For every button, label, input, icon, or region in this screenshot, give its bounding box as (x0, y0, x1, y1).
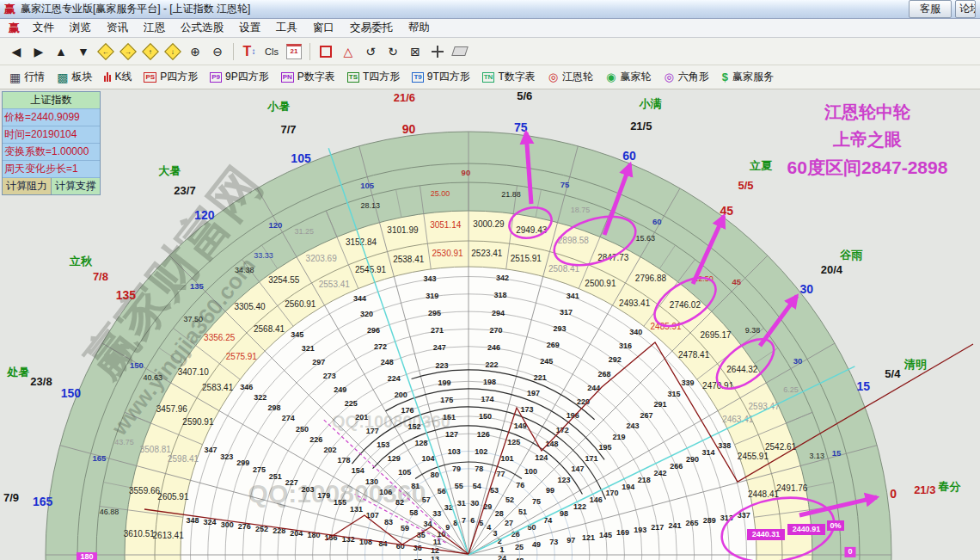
svg-text:2500.91: 2500.91 (585, 279, 616, 288)
rotate-cw-icon[interactable]: ↻ (382, 41, 404, 62)
square-tool-icon[interactable] (315, 41, 337, 62)
triangle-tool-icon[interactable]: △ (337, 41, 359, 62)
svg-text:2598.41: 2598.41 (168, 454, 199, 464)
annotation-line-3: 60度区间2847-2898 (760, 153, 975, 182)
tool-T数字表[interactable]: TNT数字表 (476, 70, 542, 84)
svg-text:125: 125 (507, 438, 520, 446)
svg-text:193: 193 (634, 526, 646, 534)
tool-六角形[interactable]: ◎六角形 (657, 70, 714, 84)
diamond-down-icon[interactable]: ↓ (162, 41, 184, 62)
svg-text:314: 314 (702, 448, 715, 457)
svg-text:谷雨: 谷雨 (839, 249, 863, 262)
svg-text:23/7: 23/7 (174, 184, 195, 197)
svg-text:2613.41: 2613.41 (153, 531, 185, 540)
svg-text:250: 250 (296, 425, 309, 434)
svg-text:165: 165 (33, 495, 53, 508)
calendar-icon[interactable]: 21 (283, 41, 305, 62)
menu-item-设置[interactable]: 设置 (231, 19, 268, 37)
tool-赢家轮[interactable]: ◉赢家轮 (599, 70, 657, 84)
svg-text:127: 127 (445, 430, 458, 439)
svg-text:341: 341 (567, 292, 579, 300)
gann-wheel-chart[interactable]: 赢家财富网www.yingjia360.comQQ:100800360QQ:10… (0, 89, 980, 560)
svg-text:2538.41: 2538.41 (393, 255, 425, 264)
tool-赢家服务[interactable]: $赢家服务 (715, 70, 780, 84)
menu-item-浏览[interactable]: 浏览 (62, 19, 99, 37)
calc-resistance-button[interactable]: 计算阻力 (3, 178, 52, 194)
svg-text:178: 178 (338, 456, 351, 465)
diamond-up-icon[interactable]: ↑ (139, 41, 162, 62)
svg-text:105: 105 (291, 151, 311, 165)
stock-name: 上证指数 (3, 92, 100, 109)
rotate-ccw-icon[interactable]: ↺ (359, 41, 382, 62)
menu-item-工具[interactable]: 工具 (268, 19, 305, 37)
menu-item-公式选股[interactable]: 公式选股 (173, 19, 231, 37)
zoom-out-icon[interactable]: ⊖ (206, 41, 229, 62)
app-logo-icon: 赢 (4, 2, 15, 17)
svg-text:15.63: 15.63 (635, 234, 655, 243)
svg-text:3559.66: 3559.66 (129, 486, 161, 495)
svg-text:82: 82 (395, 498, 404, 507)
nav-down-icon[interactable]: ▼ (72, 41, 95, 62)
tool-label: T四方形 (363, 70, 400, 84)
tool-板块[interactable]: ▩板块 (51, 70, 98, 84)
svg-text:40.63: 40.63 (143, 373, 162, 382)
menu-item-窗口[interactable]: 窗口 (305, 19, 342, 37)
svg-text:146: 146 (590, 495, 603, 504)
menu-item-江恩[interactable]: 江恩 (136, 19, 173, 37)
svg-text:9.38: 9.38 (745, 326, 761, 335)
nav-up-icon[interactable]: ▲ (50, 41, 72, 62)
tool-K线[interactable]: K线 (98, 70, 138, 84)
toolbar-separator (309, 43, 310, 60)
svg-text:298: 298 (268, 403, 281, 412)
titlebar-button-客服[interactable]: 客服 (909, 0, 952, 18)
menu-item-交易委托[interactable]: 交易委托 (342, 19, 401, 37)
svg-text:24: 24 (498, 554, 506, 560)
titlebar-button-论坛[interactable]: 论坛 (955, 0, 976, 18)
tool-江恩轮[interactable]: ◎江恩轮 (542, 70, 599, 84)
svg-text:169: 169 (616, 528, 629, 537)
tool-P四方形[interactable]: PSP四方形 (138, 70, 204, 84)
eraser-icon[interactable] (449, 41, 471, 62)
svg-text:200: 200 (395, 391, 407, 399)
svg-text:195: 195 (598, 443, 611, 452)
ps-badge-icon: PS (144, 72, 156, 83)
crosshair-icon (432, 46, 444, 58)
svg-text:147: 147 (571, 465, 584, 473)
svg-text:175: 175 (440, 396, 453, 404)
cls-label: Cls (265, 46, 279, 57)
svg-text:221: 221 (534, 373, 547, 382)
diamond-right-icon[interactable]: → (117, 41, 139, 62)
tn-badge-icon: TN (482, 72, 495, 83)
svg-text:177: 177 (366, 427, 379, 435)
svg-text:30: 30 (793, 356, 803, 366)
menu-item-文件[interactable]: 文件 (25, 19, 62, 37)
menu-item-资讯[interactable]: 资讯 (99, 19, 136, 37)
svg-text:25.00: 25.00 (431, 189, 450, 198)
svg-text:2695.17: 2695.17 (701, 330, 732, 340)
calc-support-button[interactable]: 计算支撑 (52, 178, 100, 194)
tool-9T四方形[interactable]: T99T四方形 (406, 70, 475, 84)
tool-T四方形[interactable]: TST四方形 (341, 70, 407, 84)
crosshair-icon[interactable] (426, 41, 449, 62)
tool-label: T数字表 (498, 70, 535, 84)
diamond-left-icon[interactable]: ← (95, 41, 117, 62)
nav-right-icon[interactable]: ▶ (28, 41, 50, 62)
t-updown-icon[interactable]: T↕ (238, 41, 260, 62)
box-x-icon[interactable]: ⊠ (404, 41, 426, 62)
svg-text:225: 225 (345, 399, 358, 408)
menu-item-帮助[interactable]: 帮助 (401, 19, 438, 37)
kline-icon (104, 72, 111, 82)
svg-text:268: 268 (598, 370, 611, 378)
tool-P数字表[interactable]: PNP数字表 (275, 70, 341, 84)
svg-text:34.38: 34.38 (235, 266, 254, 274)
tool-行情[interactable]: ▦行情 (3, 70, 51, 84)
tool-9P四方形[interactable]: P99P四方形 (204, 70, 274, 84)
svg-text:179: 179 (317, 491, 330, 500)
svg-text:3254.55: 3254.55 (268, 275, 300, 285)
svg-text:54: 54 (473, 482, 481, 490)
nav-left-icon[interactable]: ◀ (5, 41, 28, 62)
svg-text:25: 25 (515, 543, 524, 551)
zoom-in-icon[interactable]: ⊕ (184, 41, 206, 62)
cls-button[interactable]: Cls (260, 41, 283, 62)
svg-text:338: 338 (718, 441, 731, 450)
